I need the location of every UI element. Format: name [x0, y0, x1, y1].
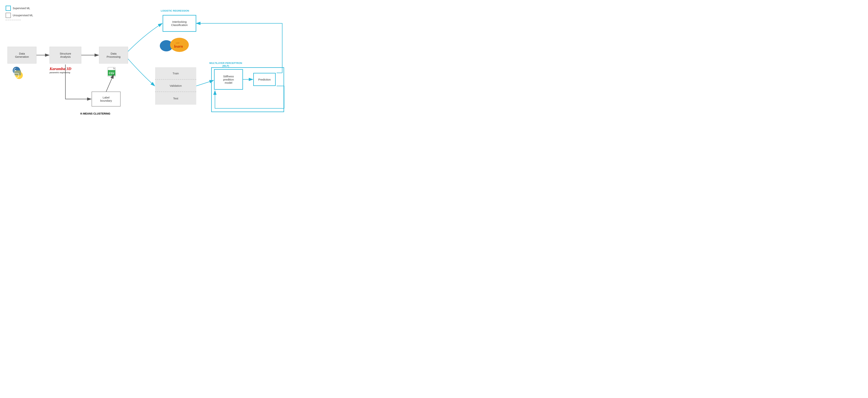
- svg-point-4: [15, 70, 16, 71]
- python-logo: [11, 66, 24, 80]
- structure-analysis-box: StructureAnalysis: [50, 47, 81, 64]
- stiffness-label: Stiffnesspreditionmodel: [223, 75, 234, 84]
- data-generation-label: DataGeneration: [15, 52, 29, 58]
- train-label: Train: [173, 72, 179, 75]
- legend-unsupervised: Unsupervised ML: [6, 13, 33, 18]
- structure-analysis-label: StructureAnalysis: [60, 52, 71, 58]
- arrows-svg: [0, 0, 290, 133]
- karamba-logo: Karamba 3D parametric engineering: [50, 66, 71, 73]
- legend-unsupervised-box: [6, 13, 11, 18]
- train-validation-test-block: Train Validation Test: [155, 67, 196, 104]
- legend-dashed-line: [6, 20, 21, 20]
- data-generation-box: DataGeneration: [7, 47, 36, 64]
- mlp-label: MULTILAYER PERCEPTRON (MLP): [209, 62, 242, 67]
- interlocking-label: InterlockingClassification: [171, 20, 188, 27]
- karamba-sub: parametric engineering: [50, 71, 70, 73]
- logistic-regression-label: LOGISTIC REGRESSION: [161, 9, 189, 12]
- legend-unsupervised-label: Unsupervised ML: [13, 14, 33, 17]
- interlocking-classification-box: InterlockingClassification: [163, 15, 196, 32]
- legend-supervised-label: Supervised ML: [13, 7, 30, 10]
- karamba-name: Karamba 3D: [50, 66, 71, 71]
- diagram-container: Supervised ML Unsupervised ML LOGISTIC R…: [0, 0, 290, 133]
- legend-supervised: Supervised ML: [6, 6, 33, 11]
- label-boundary-label: Labelboundary: [100, 96, 112, 102]
- svg-text:CSV: CSV: [109, 72, 114, 75]
- svg-text:learn: learn: [174, 44, 183, 49]
- prediction-label: Prediction: [258, 78, 271, 81]
- data-processing-label: DataProcessing: [106, 52, 120, 58]
- stiffness-prediction-box: Stiffnesspreditionmodel: [214, 69, 243, 90]
- test-label: Test: [173, 97, 178, 100]
- svg-text:scikit: scikit: [176, 42, 180, 44]
- kmeans-label: K-MEANS CLUSTERING: [81, 112, 110, 115]
- legend: Supervised ML Unsupervised ML: [6, 6, 33, 20]
- legend-supervised-box: [6, 6, 11, 11]
- data-processing-box: DataProcessing: [99, 47, 128, 64]
- prediction-box: Prediction: [253, 73, 276, 86]
- csv-icon: CSV: [107, 66, 117, 79]
- validation-label: Validation: [170, 84, 182, 87]
- label-boundary-box: Labelboundary: [92, 92, 121, 106]
- sklearn-logo: scikit learn: [159, 36, 196, 54]
